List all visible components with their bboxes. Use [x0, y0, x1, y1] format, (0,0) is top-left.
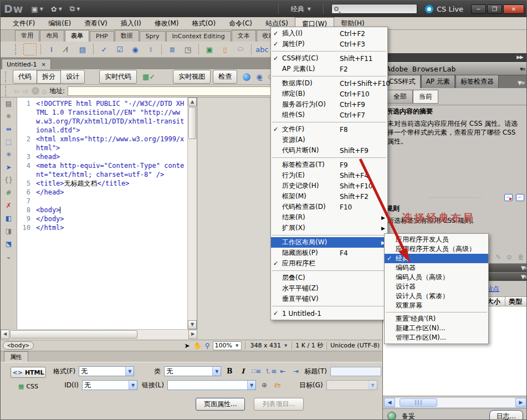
search-input[interactable] — [331, 4, 417, 14]
outdent-icon[interactable]: ⇤ — [278, 367, 288, 375]
cs-live-button[interactable]: CS Live — [425, 5, 463, 13]
id-combo[interactable]: 无▼ — [82, 380, 137, 390]
menu-item-工作区布局(W)[interactable]: 工作区布局(W)▶ — [271, 237, 387, 248]
line-numbers-icon[interactable]: # — [3, 189, 14, 198]
menubar-item-命令(C)[interactable]: 命令(C) — [222, 17, 259, 29]
italic-button[interactable]: I — [238, 367, 248, 375]
menu-item-隐藏面板(P)[interactable]: 隐藏面板(P)F4 — [271, 248, 387, 258]
insert-tab-PHP[interactable]: PHP — [90, 31, 114, 42]
scrollbar-thumb[interactable]: ║║║ — [400, 398, 437, 407]
properties-tab[interactable]: 属性 — [4, 351, 28, 362]
workspace-switcher[interactable]: 经典▼ — [286, 3, 315, 16]
menu-item-代码片断(N)[interactable]: 代码片断(N)Shift+F9 — [271, 145, 387, 156]
select-parent-tag-icon[interactable]: ➤ — [3, 163, 14, 172]
menubar-item-插入(I)[interactable]: 插入(I) — [114, 17, 148, 29]
menu-item-应用程序栏[interactable]: ✓应用程序栏 — [271, 258, 387, 269]
menu-item-管理工作区(M)...[interactable]: 管理工作区(M)... — [385, 333, 488, 342]
format-combo[interactable]: 无▼ — [79, 366, 134, 376]
window-layout-icon[interactable]: ▣▼ — [31, 5, 43, 13]
wrap-tag-icon[interactable]: ⬔ — [3, 240, 14, 249]
menubar-item-文件(F)[interactable]: 文件(F) — [6, 17, 42, 29]
delete-rule-icon[interactable]: 🗑 — [518, 253, 524, 261]
menu-item-服务器行为(O)[interactable]: 服务器行为(O)Ctrl+F9 — [271, 99, 387, 110]
files-column-类型[interactable]: 类型 — [505, 297, 527, 306]
zoom-level-combo[interactable]: 100%▼ — [213, 341, 242, 350]
collapse-full-tag-icon[interactable]: ⇹ — [3, 125, 14, 134]
checkbox-group-icon[interactable]: ☑ — [113, 43, 126, 55]
back-icon[interactable]: ⇦ — [14, 87, 20, 95]
panel-splitter[interactable]: ··························· ⌐ ⌐ — [383, 193, 527, 202]
insert-tab-Spry[interactable]: Spry — [140, 31, 166, 42]
code-horizontal-scrollbar[interactable]: ◀ ▶ — [1, 329, 197, 340]
title-field[interactable] — [330, 367, 381, 376]
menu-item-重置'经典'(R)[interactable]: 重置'经典'(R) — [385, 314, 488, 324]
button-icon[interactable]: ⬭ — [234, 43, 247, 55]
menu-item-数据库(D)[interactable]: 数据库(D)Ctrl+Shift+F10 — [271, 78, 387, 89]
edit-rule-icon[interactable]: ✎ — [495, 253, 501, 261]
filter-button-全部[interactable]: 全部 — [387, 90, 413, 104]
insert-tab-常用[interactable]: 常用 — [15, 30, 39, 42]
home-icon[interactable]: ⌂ — [42, 87, 47, 95]
menu-item-编码人员（高级）[interactable]: 编码人员（高级） — [385, 273, 488, 282]
zoom-tool-icon[interactable]: ⚲ — [205, 342, 210, 350]
view-button-设计[interactable]: 设计 — [60, 70, 85, 84]
menu-item-文件(F)[interactable]: ✓文件(F)F8 — [271, 124, 387, 135]
live-code-button[interactable]: 实时代码 — [99, 70, 137, 84]
show-list-icon[interactable]: ⌐ — [516, 194, 524, 201]
code-vertical-scrollbar[interactable]: ▲ ▼ — [187, 98, 197, 329]
ordered-list-icon[interactable]: ⒈≡ — [264, 367, 274, 376]
scrollbar-thumb[interactable] — [10, 330, 137, 339]
html-mode-button[interactable]: <>HTML — [11, 367, 46, 378]
menu-item-垂直平铺(V)[interactable]: 垂直平铺(V) — [271, 294, 387, 304]
menu-item-代码检查器(D)[interactable]: 代码检查器(D)F10 — [271, 202, 387, 212]
menu-item-应用程序开发人员[interactable]: 应用程序开发人员 — [385, 235, 488, 244]
file-field-icon[interactable]: ▯ — [218, 43, 232, 55]
menu-item-应用程序开发人员（高级）[interactable]: 应用程序开发人员（高级） — [385, 244, 488, 254]
menu-item-设计人员（紧凑）[interactable]: 设计人员（紧凑） — [385, 291, 488, 301]
radio-button-icon[interactable]: ◉ — [129, 43, 142, 55]
menu-item-设计器[interactable]: 设计器 — [385, 282, 488, 291]
panel-tab-标签检查器[interactable]: 标签检查器 — [456, 75, 499, 88]
indent-icon[interactable]: ⇥ — [291, 367, 301, 375]
open-documents-icon[interactable]: ▤ — [3, 100, 14, 109]
log-button[interactable]: 日志... — [489, 410, 523, 420]
menu-item-CSS样式(C)[interactable]: ✓CSS样式(C)Shift+F11 — [271, 53, 387, 64]
disable-icon[interactable]: ⊘ — [506, 253, 512, 261]
minimize-button[interactable]: ─ — [471, 4, 486, 14]
select-list-icon[interactable]: ≣ — [166, 43, 179, 55]
checkbox-icon[interactable]: ✓ — [98, 43, 111, 55]
text-field-icon[interactable]: I — [45, 43, 58, 55]
check-page-icon[interactable]: ▦✓ — [142, 73, 155, 81]
textarea-icon[interactable]: ▤ — [76, 43, 89, 55]
window-size-combo[interactable]: 348 x 431▼ — [249, 341, 288, 350]
scroll-down-icon[interactable]: ▼ — [188, 320, 197, 329]
insert-tab-表单[interactable]: 表单 — [65, 30, 89, 42]
menu-item-框架(M)[interactable]: 框架(M)Shift+F2 — [271, 191, 387, 202]
show-cascade-icon[interactable]: ⌐ — [504, 194, 513, 201]
stop-icon[interactable]: ✕ — [32, 87, 39, 95]
inspect-button[interactable]: 检查 — [213, 70, 237, 84]
scroll-left-icon[interactable]: ◀ — [384, 398, 395, 407]
form-icon[interactable] — [23, 43, 37, 55]
menu-item-扩展(X)[interactable]: 扩展(X)▶ — [271, 223, 387, 233]
menu-item-编码器[interactable]: 编码器 — [385, 263, 488, 273]
insert-tab-数据[interactable]: 数据 — [115, 30, 139, 42]
menu-item-属性(P)[interactable]: ✓属性(P)Ctrl+F3 — [271, 39, 387, 49]
scroll-left-icon[interactable]: ◀ — [1, 330, 9, 339]
scroll-right-icon[interactable]: ▶ — [188, 330, 197, 339]
menu-item-结果(R)[interactable]: 结果(R)▶ — [271, 212, 387, 223]
menubar-item-查看(V)[interactable]: 查看(V) — [78, 17, 114, 29]
restore-button[interactable]: ❐ — [487, 4, 502, 14]
jump-menu-icon[interactable]: ◳ — [181, 43, 195, 55]
panel-menu-icon[interactable]: ▼≡ — [520, 66, 524, 72]
menu-item-标签检查器(T)[interactable]: 标签检查器(T)F9 — [271, 160, 387, 170]
balance-braces-icon[interactable]: {} — [3, 176, 14, 185]
remove-comment-icon[interactable]: ◨ — [3, 227, 14, 236]
radio-group-icon[interactable]: ⦂ — [144, 43, 157, 55]
menu-item-双重屏幕[interactable]: 双重屏幕 — [385, 301, 488, 310]
scrollbar-thumb[interactable] — [188, 107, 196, 139]
menubar-item-编辑(E)[interactable]: 编辑(E) — [42, 17, 78, 29]
panel-menu-icon[interactable]: ▼≡ — [521, 265, 527, 271]
css-mode-button[interactable]: ▦CSS — [11, 381, 46, 392]
menu-item-层叠(C)[interactable]: 层叠(C) — [271, 273, 387, 283]
